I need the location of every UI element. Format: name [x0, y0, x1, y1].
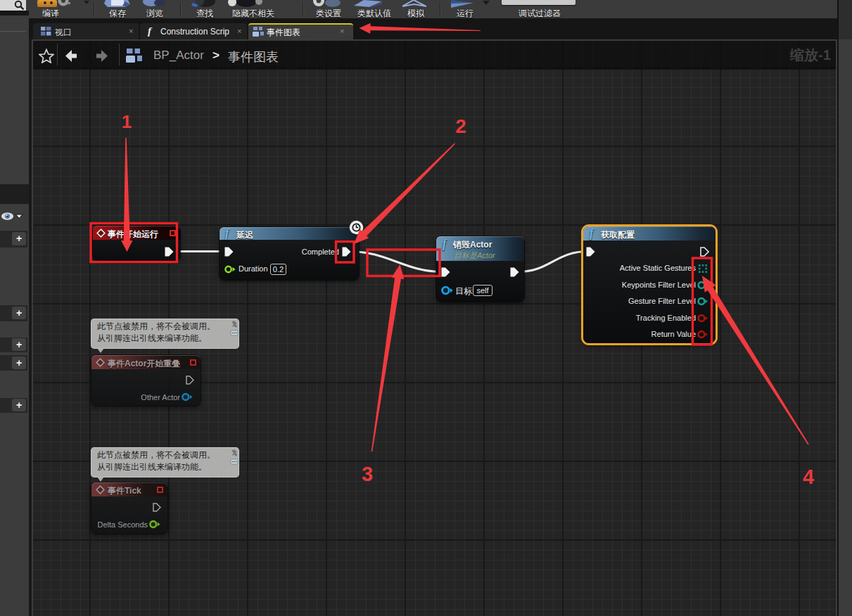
svg-text:2: 2	[455, 115, 466, 137]
svg-text:1: 1	[122, 111, 132, 132]
svg-text:4: 4	[803, 466, 814, 488]
svg-text:3: 3	[362, 463, 373, 485]
